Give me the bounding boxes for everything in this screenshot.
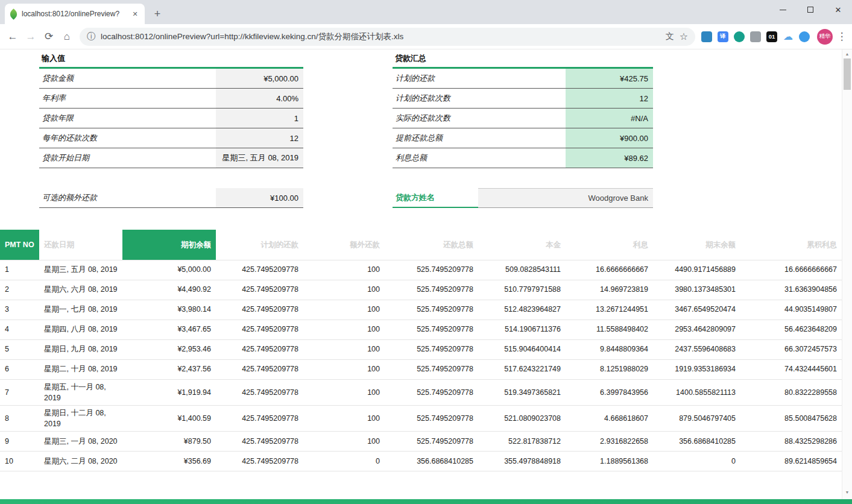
- cell: 425.7495209778: [216, 359, 303, 379]
- schedule-body: 1星期三, 五月 08, 2019¥5,000.00425.7495209778…: [0, 260, 842, 471]
- row-value: #N/A: [566, 109, 653, 128]
- address-bar[interactable]: ⓘ localhost:8012/onlinePreview?url=http:…: [80, 28, 695, 46]
- table-row: 5星期日, 九月 08, 2019¥2,953.46425.7495209778…: [0, 339, 842, 359]
- row-label: 实际的还款次数: [393, 109, 566, 128]
- scroll-down-arrow[interactable]: ▼: [842, 488, 852, 497]
- cell: 100: [303, 379, 385, 405]
- cell: 13.2671244951: [566, 300, 653, 320]
- input-row: 贷款开始日期星期三, 五月 08, 2019: [39, 148, 303, 168]
- summary-row: 提前还款总额¥900.00: [393, 128, 653, 148]
- summary-rows: 计划的还款¥425.75计划的还款次数12实际的还款次数#N/A提前还款总额¥9…: [393, 69, 653, 168]
- badge-01-extension-icon[interactable]: 01: [766, 31, 777, 42]
- cell: 85.5008475628: [740, 405, 842, 431]
- cell: ¥356.69: [122, 452, 216, 471]
- cell: 1.1889561368: [566, 452, 653, 471]
- row-label: 贷款金额: [39, 69, 216, 88]
- summary-row: 利息总额¥89.62: [393, 148, 653, 168]
- refresh-button[interactable]: ⟳: [40, 28, 58, 46]
- summary-section-title: 贷款汇总: [393, 51, 653, 69]
- cell: 0: [303, 452, 385, 471]
- cell: 11.5588498402: [566, 320, 653, 339]
- column-header: 额外还款: [303, 230, 385, 260]
- input-values-section: 输入值 贷款金额¥5,000.00年利率4.00%贷款年限1每年的还款次数12贷…: [39, 51, 303, 208]
- close-button[interactable]: ✕: [824, 0, 852, 19]
- cell: 509.0828543111: [478, 260, 566, 280]
- browser-toolbar: ← → ⟳ ⌂ ⓘ localhost:8012/onlinePreview?u…: [0, 24, 852, 49]
- bookmark-star-icon[interactable]: ☆: [680, 31, 688, 42]
- cell: 425.7495209778: [216, 379, 303, 405]
- maximize-button[interactable]: [797, 0, 824, 19]
- vertical-scrollbar[interactable]: ▲ ▼: [842, 49, 852, 504]
- cell: 66.3072457573: [740, 339, 842, 359]
- table-row: 3星期一, 七月 08, 2019¥3,980.14425.7495209778…: [0, 300, 842, 320]
- cell: 8: [0, 405, 39, 431]
- column-header: PMT NO: [0, 230, 39, 260]
- cell: 星期日, 十二月 08, 2019: [39, 405, 122, 431]
- cell: 525.7495209778: [385, 432, 478, 452]
- new-tab-button[interactable]: +: [150, 6, 165, 22]
- lender-value: Woodgrove Bank: [478, 188, 653, 208]
- translate-extension-icon[interactable]: 译: [718, 31, 728, 42]
- cell: 4: [0, 320, 39, 339]
- browser-tab[interactable]: localhost:8012/onlinePreview? ✕: [5, 4, 145, 24]
- cell: 星期六, 六月 08, 2019: [39, 280, 122, 300]
- cell: 7: [0, 379, 39, 405]
- summary-row: 计划的还款次数12: [393, 89, 653, 109]
- tab-close-icon[interactable]: ✕: [130, 9, 140, 19]
- cell: 1400.5855821113: [653, 379, 740, 405]
- row-label: 利息总额: [393, 148, 566, 168]
- home-button[interactable]: ⌂: [58, 28, 76, 46]
- input-section-title: 输入值: [39, 51, 303, 69]
- scrollbar-thumb[interactable]: [844, 58, 851, 90]
- cell: 512.4823964827: [478, 300, 566, 320]
- shield-extension-icon[interactable]: [701, 31, 712, 42]
- cell: 9: [0, 432, 39, 452]
- page-info-icon[interactable]: ⓘ: [87, 31, 95, 42]
- cell: ¥1,919.94: [122, 379, 216, 405]
- cell: ¥1,400.59: [122, 405, 216, 431]
- profile-avatar[interactable]: 精华: [817, 29, 833, 45]
- window-controls: ✕: [769, 0, 852, 19]
- scroll-up-arrow[interactable]: ▲: [842, 49, 852, 58]
- cell: 525.7495209778: [385, 405, 478, 431]
- close-icon: ✕: [835, 5, 842, 14]
- extra-payment-row: 可选的额外还款 ¥100.00: [39, 188, 303, 208]
- cell: 525.7495209778: [385, 359, 478, 379]
- translate-icon[interactable]: 文: [666, 31, 674, 42]
- cell: 10: [0, 452, 39, 471]
- cell: 525.7495209778: [385, 280, 478, 300]
- cell: 74.4324445601: [740, 359, 842, 379]
- cloud-extension-icon[interactable]: ☁: [783, 31, 794, 42]
- summary-row: 计划的还款¥425.75: [393, 69, 653, 89]
- back-button[interactable]: ←: [4, 28, 22, 46]
- cell: 星期六, 二月 08, 2020: [39, 452, 122, 471]
- cell: 100: [303, 280, 385, 300]
- row-value: ¥5,000.00: [216, 69, 303, 88]
- row-label: 每年的还款次数: [39, 128, 216, 148]
- table-row: 1星期三, 五月 08, 2019¥5,000.00425.7495209778…: [0, 260, 842, 280]
- cell: 425.7495209778: [216, 320, 303, 339]
- cell: 425.7495209778: [216, 432, 303, 452]
- schedule-header-row: PMT NO还款日期期初余额计划的还款额外还款还款总额本金利息期末余额累积利息: [0, 230, 842, 260]
- opera-extension-icon[interactable]: [734, 31, 745, 42]
- forward-button[interactable]: →: [22, 28, 40, 46]
- bird-extension-icon[interactable]: [799, 31, 810, 42]
- cell: 2437.5596408683: [653, 339, 740, 359]
- url-text[interactable]: localhost:8012/onlinePreview?url=http://…: [101, 31, 660, 42]
- row-value: ¥100.00: [216, 188, 303, 207]
- minimize-button[interactable]: [769, 0, 797, 19]
- table-row: 9星期三, 一月 08, 2020¥879.50425.749520977810…: [0, 432, 842, 452]
- row-label: 贷款年限: [39, 109, 216, 128]
- anchor-extension-icon[interactable]: [750, 31, 761, 42]
- cell: 3467.6549520474: [653, 300, 740, 320]
- cell: 星期一, 七月 08, 2019: [39, 300, 122, 320]
- cell: 14.969723819: [566, 280, 653, 300]
- cell: 515.9046400414: [478, 339, 566, 359]
- cell: 44.9035149807: [740, 300, 842, 320]
- input-row: 年利率4.00%: [39, 89, 303, 109]
- browser-menu-icon[interactable]: ⋮: [835, 30, 848, 43]
- cell: 0: [653, 452, 740, 471]
- cell: 100: [303, 339, 385, 359]
- preview-content: 输入值 贷款金额¥5,000.00年利率4.00%贷款年限1每年的还款次数12贷…: [0, 49, 852, 504]
- input-row: 每年的还款次数12: [39, 128, 303, 148]
